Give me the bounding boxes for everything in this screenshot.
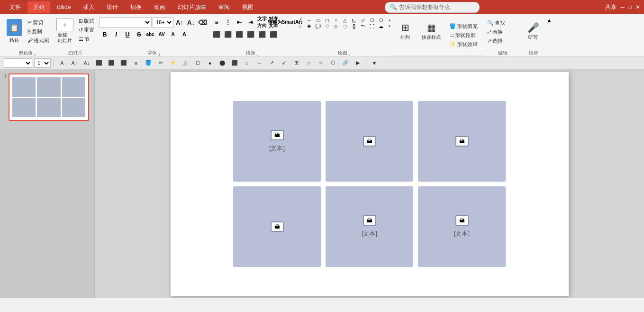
qt-tool-e[interactable]: ⬤ — [217, 58, 227, 68]
shape-rtriangle[interactable]: ◺ — [351, 17, 357, 23]
slide-canvas[interactable]: [文本] [文本] — [171, 72, 569, 296]
shapes-scroll-up[interactable]: ▲ — [387, 18, 392, 22]
qt-tool-m[interactable]: ☆ — [316, 58, 326, 68]
new-slide-button[interactable]: + 新建幻灯片 — [54, 17, 75, 45]
zoom-select[interactable] — [4, 58, 32, 68]
stroke-qt[interactable]: ✏ — [155, 58, 166, 68]
shape-fill-button[interactable]: 🪣 形状填充 — [448, 22, 479, 30]
replace-button[interactable]: ⇄ 替换 — [486, 28, 504, 36]
shape-callout[interactable]: 💬 — [315, 23, 321, 29]
tab-insert[interactable]: 插入 — [77, 1, 100, 13]
shape-ribbon[interactable]: ⛶ — [369, 23, 375, 29]
qt-tool-o[interactable]: 🔗 — [340, 58, 351, 68]
font-family-select[interactable] — [100, 17, 152, 28]
tab-review[interactable]: 审阅 — [213, 1, 236, 13]
qt-tool-b[interactable]: △ — [180, 58, 190, 68]
reset-button[interactable]: ↺ 重置 — [77, 26, 96, 34]
copy-button[interactable]: ⎘ 复制 — [26, 28, 51, 36]
bullet-list-button[interactable]: ≡ — [211, 17, 222, 28]
photo-cell-1[interactable]: [文本] — [233, 101, 321, 182]
tab-home[interactable]: 开始 — [27, 1, 50, 13]
increase-indent-button[interactable]: ⇥ — [245, 17, 256, 28]
bullets-qt[interactable]: ≡ — [131, 58, 141, 68]
qt-tool-h[interactable]: ↔ — [254, 58, 264, 68]
bold-button[interactable]: B — [100, 29, 110, 39]
qt-tool-j[interactable]: ↙ — [279, 58, 289, 68]
shape-bracket[interactable]: {} — [351, 23, 357, 29]
page-select[interactable]: 1 — [34, 58, 51, 68]
font-highlight-button[interactable]: A — [179, 29, 190, 39]
tab-slideshow[interactable]: 幻灯片放映 — [172, 1, 212, 13]
numbered-list-button[interactable]: ⋮ — [223, 17, 233, 28]
tab-animations[interactable]: 动画 — [148, 1, 171, 13]
select-button[interactable]: ↗ 选择 — [486, 37, 504, 45]
qt-tool-f[interactable]: ⬛ — [229, 58, 240, 68]
shape-outline-button[interactable]: ▭ 形状轮廓 — [448, 31, 477, 39]
justify-button[interactable]: ⬛ — [245, 29, 256, 39]
font-color-button[interactable]: A — [168, 29, 178, 39]
qt-tool-a[interactable]: ⚡ — [168, 58, 178, 68]
shape-circle[interactable]: ○ — [333, 17, 339, 23]
quick-styles-button[interactable]: ▦ 快速样式 — [419, 17, 443, 46]
shape-moon[interactable]: ◌ — [342, 23, 348, 29]
text-direction-button[interactable]: 文字方向 — [257, 17, 267, 28]
paragraph-group-label[interactable]: 段落 ⌟ — [209, 49, 295, 57]
shape-star[interactable]: ☆ — [297, 23, 303, 29]
tab-design[interactable]: 设计 — [101, 1, 124, 13]
section-button[interactable]: ☰ 节 — [77, 35, 96, 43]
line-spacing-button[interactable]: ⬛ — [268, 29, 279, 39]
window-restore[interactable]: □ — [628, 4, 632, 10]
shape-rect[interactable]: ▭ — [315, 17, 321, 23]
paste-button[interactable]: 📋 粘贴 — [4, 17, 25, 46]
clipboard-group-label[interactable]: 剪贴板 ⌟ — [2, 49, 53, 57]
shape-cross[interactable]: ✚ — [306, 23, 312, 29]
align-center-qt[interactable]: ⬛ — [106, 58, 117, 68]
align-left-qt[interactable]: ⬛ — [94, 58, 104, 68]
qt-tool-g[interactable]: ↕ — [242, 58, 252, 68]
shape-line[interactable]: ╱ — [297, 17, 303, 23]
draw-tool-2[interactable]: A↑ — [69, 58, 80, 68]
tab-view[interactable]: 视图 — [236, 1, 259, 13]
shadow-button[interactable]: abc — [145, 29, 155, 39]
italic-button[interactable]: I — [111, 29, 121, 39]
shape-hex[interactable]: ⬡ — [378, 17, 384, 23]
cut-button[interactable]: ✂ 剪切 — [26, 18, 51, 27]
decrease-indent-button[interactable]: ⇤ — [234, 17, 245, 28]
shapes-scroll-down[interactable]: ▼ — [387, 24, 392, 28]
shape-diamond[interactable]: ◇ — [333, 23, 339, 29]
shape-pentagon[interactable]: ⬠ — [369, 17, 375, 23]
color-fill-qt[interactable]: 🪣 — [143, 58, 154, 68]
column-button[interactable]: ⬛ — [257, 29, 267, 39]
align-left-button[interactable]: ⬛ — [211, 29, 222, 39]
layout-button[interactable]: ⊞ 版式 — [77, 17, 96, 25]
tab-islide[interactable]: iSlide — [51, 2, 76, 12]
shape-triangle[interactable]: △ — [342, 17, 348, 23]
shape-heart[interactable]: ♡ — [324, 23, 330, 29]
drawing-group-label[interactable]: 绘图 ⌟ — [295, 49, 394, 57]
draw-tool-1[interactable]: A — [57, 58, 67, 68]
qt-tool-d[interactable]: ● — [205, 58, 215, 68]
smartart-button[interactable]: 转换为SmartArt — [280, 17, 290, 28]
qt-tool-n[interactable]: ⬡ — [328, 58, 338, 68]
underline-button[interactable]: U — [122, 29, 133, 39]
search-bar[interactable]: 🔍 告诉我你想要做什么 — [385, 2, 480, 13]
photo-cell-6[interactable]: [文本] — [418, 186, 506, 267]
window-minimize[interactable]: ─ — [620, 4, 625, 10]
shape-rect2[interactable]: ◻ — [324, 17, 330, 23]
collapse-ribbon-button[interactable]: ▲ — [545, 15, 553, 55]
align-center-button[interactable]: ⬛ — [223, 29, 233, 39]
draw-tool-3[interactable]: A↓ — [82, 58, 92, 68]
qt-tool-k[interactable]: ⊞ — [291, 58, 301, 68]
photo-cell-3[interactable] — [418, 101, 506, 182]
font-size-select[interactable]: 18+ — [153, 17, 173, 28]
shape-wave[interactable]: 〜 — [360, 23, 366, 29]
share-button[interactable]: 共享 — [605, 3, 617, 11]
tab-transitions[interactable]: 切换 — [125, 1, 147, 13]
slide-thumbnail-1[interactable] — [9, 73, 89, 121]
photo-cell-2[interactable] — [326, 101, 413, 182]
arrange-button[interactable]: ⊞ 排列 — [396, 17, 415, 46]
find-button[interactable]: 🔍 查找 — [486, 19, 507, 27]
clear-format-button[interactable]: ⌫ — [197, 17, 208, 28]
photo-cell-5[interactable]: [文本] — [326, 186, 413, 267]
qt-tool-c[interactable]: ◻ — [192, 58, 203, 68]
